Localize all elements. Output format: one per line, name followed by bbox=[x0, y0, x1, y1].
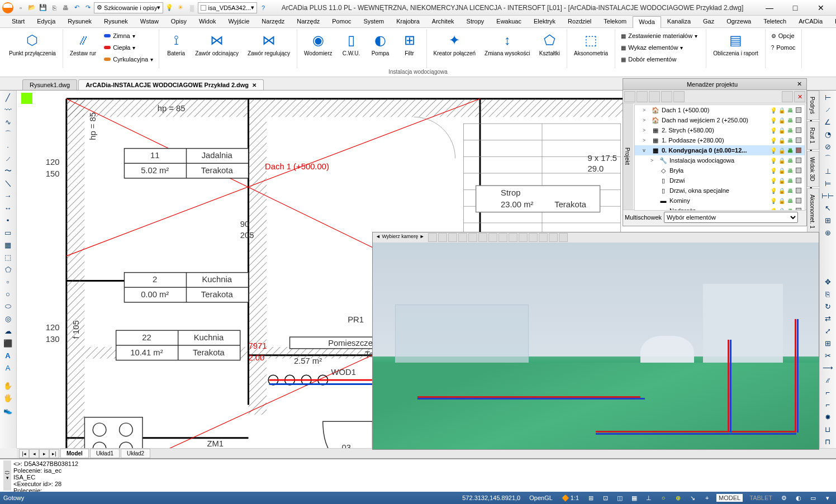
tolerance-icon[interactable]: ⊞ bbox=[821, 215, 834, 226]
sb-6[interactable]: ○ bbox=[658, 493, 668, 503]
point-icon[interactable]: · bbox=[1, 141, 15, 152]
model-toggle[interactable]: MODEL bbox=[716, 494, 743, 502]
print-icon[interactable]: 🖶 bbox=[60, 3, 70, 13]
cyrkulacyjna-button[interactable]: Cyrkulacyjna ▾ bbox=[102, 54, 155, 65]
sb-1[interactable]: ⊞ bbox=[586, 493, 596, 503]
help-icon[interactable]: ? bbox=[258, 3, 268, 13]
region-icon[interactable]: ⬚ bbox=[1, 251, 15, 263]
break-icon[interactable]: ⊓ bbox=[821, 436, 834, 447]
close-button[interactable]: ✕ bbox=[808, 0, 834, 16]
settings-icon[interactable]: ⚙ bbox=[779, 493, 789, 503]
sb-5[interactable]: ⊥ bbox=[644, 493, 654, 503]
zmiana-wysokosci-button[interactable]: ↕Zmiana wysokości bbox=[481, 30, 534, 58]
menu-konstrul[interactable]: Konstrul bbox=[829, 16, 836, 27]
menu-telekom[interactable]: Telekom bbox=[597, 16, 633, 27]
dim-baseline-icon[interactable]: ⊨ bbox=[821, 178, 834, 189]
rv-btn[interactable] bbox=[559, 233, 568, 242]
ellipse-icon[interactable]: ⬭ bbox=[1, 301, 15, 312]
donut-icon[interactable]: ◎ bbox=[1, 313, 15, 324]
extend-icon[interactable]: ⟶ bbox=[821, 362, 834, 373]
aksonometria-button[interactable]: ⬚Aksonometria bbox=[571, 30, 611, 58]
saveall-icon[interactable]: ⎘ bbox=[49, 3, 59, 13]
pan-icon[interactable]: ✋ bbox=[1, 380, 15, 391]
next-tab-icon[interactable]: ▸ bbox=[39, 449, 49, 458]
menu-stropy[interactable]: Stropy bbox=[460, 16, 491, 27]
menu-edycja[interactable]: Edycja bbox=[31, 16, 61, 27]
layer-combo[interactable]: isa_VD5A342... ▾ bbox=[198, 2, 257, 13]
sb-10[interactable]: ◐ bbox=[794, 493, 804, 503]
sb-12[interactable]: ▾ bbox=[823, 493, 833, 503]
prev-tab-icon[interactable]: ◂ bbox=[29, 449, 39, 458]
tree-item[interactable]: >🔧Instalacja wodociągowa💡🔒🖶 bbox=[635, 155, 805, 165]
sun-icon[interactable]: ☀ bbox=[175, 3, 186, 13]
join-icon[interactable]: ⊔ bbox=[821, 424, 834, 435]
menu-opisy[interactable]: Opisy bbox=[165, 16, 193, 27]
arc-icon[interactable]: ⌒ bbox=[1, 129, 15, 140]
side-tab[interactable]: Rzut 1 bbox=[807, 121, 819, 150]
project-tree[interactable]: >🏠Dach 1 (+500.00)💡🔒🖶>🏠Dach nad wejściem… bbox=[634, 104, 805, 211]
mtext-icon[interactable]: A bbox=[1, 362, 15, 373]
scale[interactable]: 🔶 1:1 bbox=[559, 495, 581, 502]
zimna-button[interactable]: Zimna ▾ bbox=[102, 30, 155, 41]
tree-item[interactable]: ◇Bryła💡🔒🖶 bbox=[635, 165, 805, 175]
menu-elektryk[interactable]: Elektryk bbox=[528, 16, 562, 27]
menu-widok[interactable]: Widok bbox=[193, 16, 222, 27]
element-select[interactable]: Wybór elementów bbox=[664, 212, 798, 223]
sb-3[interactable]: ◫ bbox=[615, 493, 625, 503]
rv-btn[interactable] bbox=[488, 233, 497, 242]
pline-icon[interactable]: ⟋ bbox=[1, 153, 15, 164]
panel-btn-2[interactable] bbox=[636, 91, 648, 102]
hatch-icon[interactable]: ▦ bbox=[1, 239, 15, 250]
pompa-button[interactable]: ◐Pompa bbox=[367, 30, 394, 58]
menu-arcadia[interactable]: ArCADia bbox=[792, 16, 829, 27]
zawor-regulujacy-button[interactable]: ⋈Zawór regulujący bbox=[244, 30, 293, 58]
wodomierz-button[interactable]: ◉Wodomierz bbox=[301, 30, 335, 58]
ksztaltki-button[interactable]: ⬠Kształtki bbox=[536, 30, 563, 58]
bateria-button[interactable]: ⟟Bateria bbox=[163, 30, 189, 58]
bulb-icon[interactable]: 💡 bbox=[164, 3, 174, 13]
menu-gaz[interactable]: Gaz bbox=[697, 16, 720, 27]
rv-btn[interactable] bbox=[458, 233, 467, 242]
ciepla-button[interactable]: Ciepła ▾ bbox=[102, 42, 155, 53]
move-icon[interactable]: ✥ bbox=[821, 276, 834, 287]
menu-narzędz[interactable]: Narzędz bbox=[255, 16, 291, 27]
filtr-button[interactable]: ⊞Filtr bbox=[396, 30, 423, 58]
pomoc-button[interactable]: ? Pomoc bbox=[769, 42, 798, 53]
menu-krajobra[interactable]: Krajobra bbox=[390, 16, 426, 27]
mirror-icon[interactable]: ⇄ bbox=[821, 313, 834, 324]
rv-btn[interactable] bbox=[468, 233, 477, 242]
dim-continue-icon[interactable]: ⊢⊢ bbox=[821, 190, 834, 201]
rotate-icon[interactable]: ↻ bbox=[821, 301, 834, 312]
command-line[interactable]: ⟨⟩▾ <>: D5A3427BB038112 Polecenie: isa_e… bbox=[0, 458, 836, 492]
line-icon[interactable]: ╱ bbox=[1, 92, 15, 103]
obliczenia-button[interactable]: ▤Obliczenia i raport bbox=[710, 30, 762, 58]
rv-btn[interactable] bbox=[509, 233, 517, 242]
array-icon[interactable]: ⊞ bbox=[821, 337, 834, 349]
trim-icon[interactable]: ✂ bbox=[821, 350, 834, 361]
side-tab[interactable]: Aksonomet. 1 bbox=[807, 188, 819, 235]
close-tab-icon[interactable]: ✕ bbox=[252, 82, 256, 88]
panel-close-icon[interactable]: ✕ bbox=[797, 80, 802, 88]
menu-rozdziel[interactable]: Rozdziel bbox=[562, 16, 597, 27]
circle-icon[interactable]: ○ bbox=[1, 288, 15, 299]
walk-icon[interactable]: 👟 bbox=[1, 405, 15, 416]
copy-icon[interactable]: ⎘ bbox=[821, 288, 834, 299]
tree-item[interactable]: ▯Drzwi💡🔒🖶 bbox=[635, 175, 805, 186]
ray-icon[interactable]: → bbox=[1, 190, 15, 201]
menu-teletech[interactable]: Teletech bbox=[757, 16, 792, 27]
rv-btn[interactable] bbox=[448, 233, 457, 242]
tree-item[interactable]: >▦1. Poddasze (+280.00)💡🔒🖶 bbox=[635, 135, 805, 145]
panel-btn-5[interactable] bbox=[673, 91, 685, 102]
tree-item[interactable]: v▦0. Kondygnacja 0 (±0.00=12...💡🔒🖶 bbox=[635, 145, 805, 155]
trace-icon[interactable]: ＼ bbox=[1, 178, 15, 189]
rv-btn[interactable] bbox=[438, 233, 447, 242]
menu-start[interactable]: Start bbox=[6, 16, 31, 27]
xline-icon[interactable]: ↔ bbox=[1, 202, 15, 213]
command-text[interactable]: <>: D5A3427BB038112 Polecenie: isa_ec IS… bbox=[13, 460, 833, 491]
rv-btn[interactable] bbox=[549, 233, 558, 242]
menu-kanaliza[interactable]: Kanaliza bbox=[661, 16, 697, 27]
sb-4[interactable]: ▦ bbox=[629, 493, 639, 503]
menu-ewakuac[interactable]: Ewakuac bbox=[490, 16, 528, 27]
doc-tab[interactable]: ArCADia-INSTALACJE WODOCIAGOWE Przykład … bbox=[78, 79, 264, 90]
spline-icon[interactable]: ∿ bbox=[1, 116, 15, 127]
